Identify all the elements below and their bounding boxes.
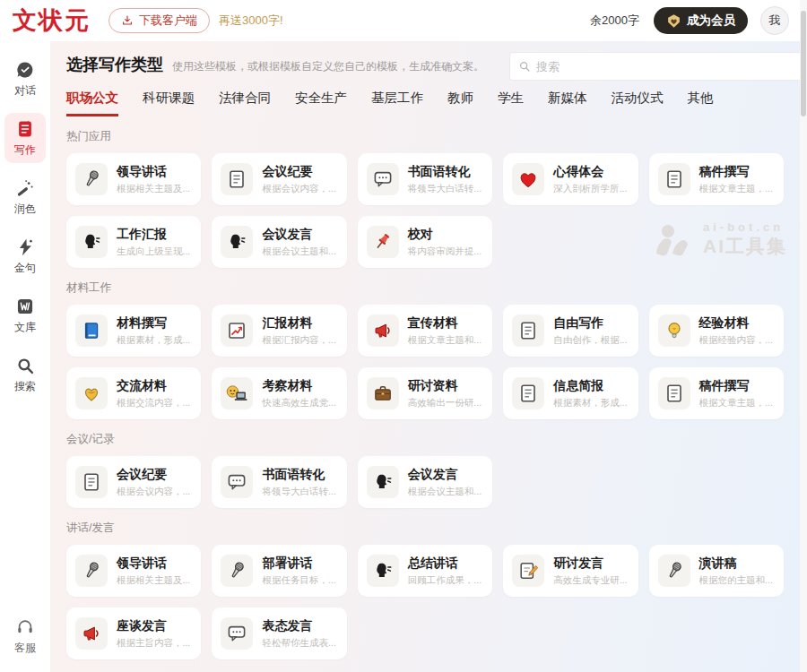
sidebar-item-label: 搜索 <box>14 379 36 394</box>
card-title: 稿件撰写 <box>699 164 773 180</box>
card-description: 深入剖析所学所... <box>553 183 627 195</box>
card-icon-box <box>221 555 253 587</box>
template-card-自由写作[interactable]: 自由写作自由创作，根据... <box>503 305 638 357</box>
template-card-演讲稿[interactable]: 演讲稿根据您的主题和... <box>649 545 784 597</box>
document-icon <box>517 320 539 341</box>
card-title: 稿件撰写 <box>699 378 773 394</box>
template-card-经验材料[interactable]: 经验材料根据经验内容，... <box>649 305 784 357</box>
microphone-icon <box>81 168 102 190</box>
template-card-校对[interactable]: 校对将内容审阅并提... <box>358 216 492 268</box>
sidebar-item-2[interactable]: 写作 <box>4 113 46 163</box>
tab-安全生产[interactable]: 安全生产 <box>295 90 347 116</box>
face-laptop-icon <box>224 383 249 404</box>
template-card-部署讲话[interactable]: 部署讲话根据任务目标，... <box>212 545 346 597</box>
card-icon-box <box>367 555 399 587</box>
card-title: 领导讲话 <box>117 556 190 572</box>
card-icon-box <box>367 466 399 498</box>
card-description: 根据会议内容，... <box>117 486 190 498</box>
card-icon-box <box>75 163 108 195</box>
tab-教师[interactable]: 教师 <box>447 90 473 116</box>
template-card-会议发言[interactable]: 会议发言根据会议主题和... <box>212 216 346 268</box>
section-label: 会议/记录 <box>66 432 784 447</box>
template-card-会议纪要[interactable]: 会议纪要根据会议内容，... <box>212 153 346 205</box>
sidebar-item-1[interactable]: 对话 <box>4 54 46 104</box>
card-icon-box <box>221 226 253 258</box>
template-card-书面语转化[interactable]: 书面语转化将领导大白话转... <box>212 456 346 508</box>
become-member-button[interactable]: 成为会员 <box>654 7 748 34</box>
search-input[interactable] <box>536 60 778 73</box>
template-card-会议纪要[interactable]: 会议纪要根据会议内容，... <box>66 456 201 508</box>
card-title: 部署讲话 <box>262 556 335 572</box>
card-icon-box <box>221 466 253 498</box>
template-card-宣传材料[interactable]: 宣传材料根据文章主题和... <box>358 305 492 357</box>
card-icon-box <box>221 617 253 650</box>
microphone-icon <box>81 560 102 582</box>
template-card-会议发言[interactable]: 会议发言根据会议主题和... <box>358 456 492 508</box>
template-card-表态发言[interactable]: 表态发言轻松帮你生成表... <box>212 607 346 659</box>
template-card-稿件撰写[interactable]: 稿件撰写根据文章主题，... <box>649 153 784 205</box>
template-card-材料撰写[interactable]: 材料撰写根据素材，形成... <box>66 305 201 357</box>
card-icon-box <box>367 163 399 195</box>
speech-bubble-icon <box>226 623 247 644</box>
card-title: 会议发言 <box>262 227 335 243</box>
template-card-研讨发言[interactable]: 研讨发言高效生成专业研... <box>503 545 638 597</box>
tab-其他[interactable]: 其他 <box>688 90 714 116</box>
sidebar-item-4[interactable]: 金句 <box>4 231 46 281</box>
template-card-汇报材料[interactable]: 汇报材料根据汇报内容，... <box>212 305 346 357</box>
document-icon <box>664 383 685 404</box>
template-card-考察材料[interactable]: 考察材料快速高效生成党... <box>212 367 346 419</box>
card-icon-box <box>75 377 108 409</box>
card-title: 会议纪要 <box>117 467 190 483</box>
template-card-信息简报[interactable]: 信息简报根据素材，形成... <box>503 367 638 419</box>
download-client-button[interactable]: 下载客户端 <box>108 8 210 33</box>
card-title: 书面语转化 <box>262 467 335 483</box>
tab-基层工作[interactable]: 基层工作 <box>371 90 423 116</box>
template-sections: 热门应用领导讲话根据相关主题及...会议纪要根据会议内容，...书面语转化将领导… <box>66 129 784 672</box>
template-card-领导讲话[interactable]: 领导讲话根据相关主题及... <box>66 545 201 597</box>
card-icon-box <box>512 163 544 195</box>
template-card-座谈发言[interactable]: 座谈发言根据主旨内容，... <box>66 607 201 659</box>
template-card-心得体会[interactable]: 心得体会深入剖析所学所... <box>503 153 638 205</box>
speaking-head-icon <box>226 231 247 253</box>
template-card-总结讲话[interactable]: 总结讲话回顾工作成果，... <box>358 545 492 597</box>
card-icon-box <box>75 466 108 498</box>
card-grid: 材料撰写根据素材，形成...汇报材料根据汇报内容，...宣传材料根据文章主题和.… <box>66 305 784 419</box>
sidebar-item-label: 写作 <box>14 142 36 158</box>
tab-法律合同[interactable]: 法律合同 <box>219 90 271 116</box>
template-card-工作汇报[interactable]: 工作汇报生成向上级呈现... <box>66 216 201 268</box>
card-title: 研讨发言 <box>553 556 627 572</box>
template-card-研讨资料[interactable]: 研讨资料高效输出一份研... <box>358 367 492 419</box>
sidebar-item-3[interactable]: 润色 <box>4 172 46 222</box>
card-title: 宣传材料 <box>408 315 482 332</box>
card-description: 将领导大白话转... <box>262 486 335 498</box>
card-description: 自由创作，根据... <box>553 334 627 347</box>
chat-icon <box>15 60 35 80</box>
scrollbar-track[interactable] <box>800 0 807 672</box>
gold-heart-icon <box>81 383 102 404</box>
tab-科研课题[interactable]: 科研课题 <box>143 90 195 116</box>
template-card-稿件撰写[interactable]: 稿件撰写根据文章主题，... <box>649 367 784 419</box>
heart-icon <box>517 168 539 190</box>
doc-pencil-icon <box>517 560 539 582</box>
card-title: 表态发言 <box>262 618 335 634</box>
card-title: 汇报材料 <box>262 315 335 332</box>
tab-学生[interactable]: 学生 <box>498 90 524 116</box>
sidebar-item-customer-service[interactable]: 客服 <box>4 611 46 661</box>
template-card-领导讲话[interactable]: 领导讲话根据相关主题及... <box>66 153 201 205</box>
tab-新媒体[interactable]: 新媒体 <box>548 90 587 116</box>
scrollbar-thumb[interactable] <box>801 11 806 116</box>
tab-职场公文[interactable]: 职场公文 <box>66 90 118 116</box>
sidebar-item-6[interactable]: 搜索 <box>4 349 46 400</box>
speaking-head-icon <box>372 560 394 582</box>
template-card-交流材料[interactable]: 交流材料根据交流内容，... <box>66 367 201 419</box>
card-title: 研讨资料 <box>408 378 482 394</box>
user-avatar[interactable]: 我 <box>760 6 789 35</box>
card-icon-box <box>75 314 108 347</box>
card-title: 书面语转化 <box>408 164 482 180</box>
card-title: 交流材料 <box>117 378 190 394</box>
sidebar-item-5[interactable]: 文库 <box>4 290 46 340</box>
app-logo: 文状元 <box>13 4 91 37</box>
template-card-书面语转化[interactable]: 书面语转化将领导大白话转... <box>358 153 492 205</box>
tab-活动仪式[interactable]: 活动仪式 <box>612 90 664 116</box>
card-title: 总结讲话 <box>408 556 482 572</box>
